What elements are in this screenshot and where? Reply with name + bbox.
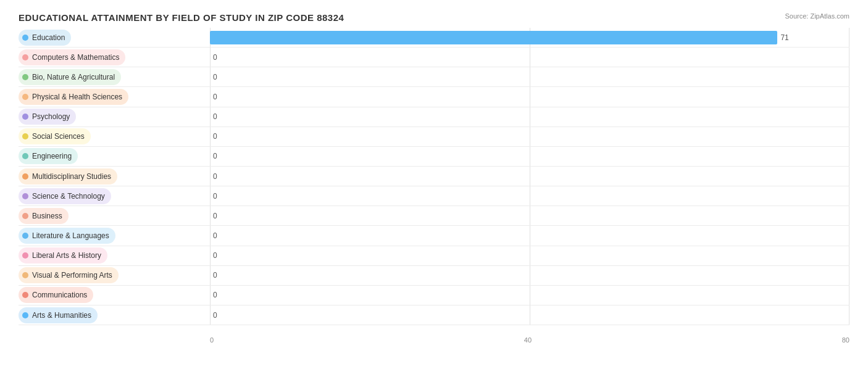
bar-row: Multidisciplinary Studies0: [19, 167, 849, 186]
bar-row: Business0: [19, 206, 849, 226]
bar-row: Social Sciences0: [19, 127, 849, 147]
bar-value-label: 0: [213, 132, 217, 141]
bar-dot: [22, 233, 28, 239]
bar-track: 0: [210, 266, 849, 285]
bar-dot: [22, 133, 28, 139]
bar-dot: [22, 173, 28, 180]
bar-row: Science & Technology0: [19, 186, 849, 206]
bar-row: Engineering0: [19, 147, 849, 167]
bar-label-text: Education: [32, 33, 65, 42]
bar-value-label: 0: [213, 212, 217, 220]
bar-label-pill: Literature & Languages: [19, 228, 115, 244]
bar-row: Visual & Performing Arts0: [19, 266, 849, 286]
bar-fill: [210, 31, 777, 44]
bar-row: Bio, Nature & Agricultural0: [19, 67, 849, 87]
bar-track: 0: [210, 48, 849, 67]
bar-track: 0: [210, 147, 849, 166]
bar-label-text: Liberal Arts & History: [32, 251, 101, 260]
bar-row: Education71: [19, 28, 849, 48]
x-label-0: 0: [210, 336, 214, 344]
bar-track: 0: [210, 167, 849, 186]
bar-value-label: 0: [213, 53, 217, 62]
bar-label-pill: Science & Technology: [19, 188, 111, 204]
bar-label-pill: Communications: [19, 287, 93, 303]
bar-track: 0: [210, 305, 849, 325]
bar-row: Liberal Arts & History0: [19, 246, 849, 266]
bar-track: 0: [210, 206, 849, 225]
bar-value-label: 0: [213, 231, 217, 240]
bar-value-label: 0: [213, 291, 217, 299]
bar-dot: [22, 35, 28, 41]
chart-container: EDUCATIONAL ATTAINMENT BY FIELD OF STUDY…: [0, 0, 868, 390]
bar-value-label: 0: [213, 192, 217, 201]
bar-label-wrap: Multidisciplinary Studies: [19, 167, 210, 186]
bar-label-wrap: Engineering: [19, 147, 210, 166]
bar-value-label: 0: [213, 93, 217, 101]
bar-track: 0: [210, 127, 849, 146]
bar-dot: [22, 54, 28, 60]
bar-dot: [22, 74, 28, 80]
x-label-80: 80: [842, 336, 849, 344]
bar-label-text: Social Sciences: [32, 132, 85, 141]
bar-label-wrap: Literature & Languages: [19, 226, 210, 245]
bar-label-pill: Engineering: [19, 148, 78, 164]
bar-track: 0: [210, 87, 849, 106]
bar-row: Physical & Health Sciences0: [19, 87, 849, 107]
bar-label-wrap: Physical & Health Sciences: [19, 87, 210, 106]
bar-label-text: Literature & Languages: [32, 231, 109, 240]
bar-label-wrap: Bio, Nature & Agricultural: [19, 67, 210, 86]
source-label: Source: ZipAtlas.com: [785, 12, 849, 20]
chart-area: Education71Computers & Mathematics0Bio, …: [19, 28, 849, 344]
bar-label-wrap: Science & Technology: [19, 186, 210, 205]
bar-label-pill: Psychology: [19, 109, 76, 125]
bar-label-wrap: Education: [19, 28, 210, 47]
chart-title: EDUCATIONAL ATTAINMENT BY FIELD OF STUDY…: [19, 12, 849, 23]
bar-label-text: Visual & Performing Arts: [32, 271, 112, 280]
x-axis: 0 40 80: [210, 336, 849, 344]
bar-dot: [22, 312, 28, 318]
bar-label-text: Computers & Mathematics: [32, 53, 119, 62]
bar-label-wrap: Business: [19, 206, 210, 225]
bar-label-text: Physical & Health Sciences: [32, 93, 122, 101]
bar-track: 0: [210, 246, 849, 265]
bar-label-text: Arts & Humanities: [32, 311, 91, 320]
bar-label-pill: Computers & Mathematics: [19, 49, 125, 65]
bar-label-pill: Education: [19, 30, 71, 46]
x-label-40: 40: [524, 336, 532, 344]
bar-label-text: Communications: [32, 291, 87, 299]
bar-label-text: Science & Technology: [32, 192, 105, 201]
bar-label-wrap: Communications: [19, 286, 210, 305]
bar-track: 0: [210, 286, 849, 305]
bar-label-text: Psychology: [32, 112, 70, 121]
bar-row: Communications0: [19, 286, 849, 305]
bar-label-pill: Social Sciences: [19, 128, 91, 144]
bar-row: Computers & Mathematics0: [19, 48, 849, 67]
bar-label-wrap: Computers & Mathematics: [19, 48, 210, 67]
bar-value-label: 0: [213, 112, 217, 121]
bar-dot: [22, 153, 28, 159]
bar-label-pill: Bio, Nature & Agricultural: [19, 69, 121, 85]
bar-label-wrap: Social Sciences: [19, 127, 210, 146]
bar-label-text: Engineering: [32, 152, 72, 160]
bar-dot: [22, 252, 28, 259]
bar-value-label: 0: [213, 251, 217, 260]
bar-label-pill: Liberal Arts & History: [19, 247, 107, 263]
bar-dot: [22, 193, 28, 199]
bar-value-label: 0: [213, 172, 217, 181]
bar-value-label: 0: [213, 271, 217, 280]
bar-label-wrap: Visual & Performing Arts: [19, 266, 210, 285]
bar-dot: [22, 94, 28, 100]
bar-label-pill: Visual & Performing Arts: [19, 267, 119, 283]
bar-value-label: 0: [213, 152, 217, 160]
bar-value-label: 71: [780, 33, 788, 42]
bar-value-label: 0: [213, 311, 217, 320]
bar-label-wrap: Arts & Humanities: [19, 305, 210, 325]
bar-label-text: Bio, Nature & Agricultural: [32, 73, 115, 81]
bar-label-text: Business: [32, 212, 62, 220]
bar-track: 0: [210, 107, 849, 127]
bar-label-pill: Physical & Health Sciences: [19, 89, 128, 105]
bar-label-pill: Multidisciplinary Studies: [19, 168, 117, 185]
bar-dot: [22, 292, 28, 298]
bar-dot: [22, 272, 28, 278]
bar-label-pill: Business: [19, 208, 69, 224]
